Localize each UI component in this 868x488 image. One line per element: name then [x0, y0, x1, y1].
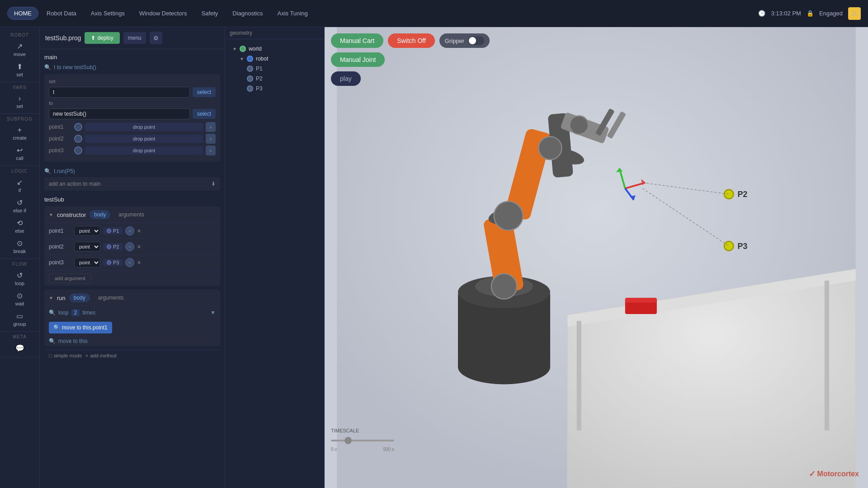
p1-remove-button[interactable]: × [137, 227, 141, 235]
svg-rect-34 [625, 298, 657, 302]
nav-home[interactable]: HOME [7, 7, 38, 20]
sidebar-btn-group[interactable]: ▭ group [4, 309, 36, 329]
sidebar-label-robot: ROBOT [10, 33, 29, 38]
yellow-indicator[interactable]: ⚠ [848, 7, 861, 20]
p2-circle-button[interactable]: ○ [125, 242, 134, 251]
sidebar-btn-move[interactable]: ↗ move [4, 39, 36, 60]
sidebar-btn-if[interactable]: ↙ if [4, 175, 36, 196]
p3-remove-button[interactable]: × [137, 259, 141, 266]
point2-label: point2 [49, 136, 71, 142]
gripper-toggle[interactable] [468, 36, 484, 45]
sidebar-btn-loop[interactable]: ↺ loop [4, 268, 36, 289]
arg-point3-type[interactable]: point [74, 258, 100, 267]
sidebar-btn-vars-set[interactable]: › set [4, 92, 36, 112]
simple-mode-button[interactable]: □ simple mode [49, 353, 82, 358]
move-ghost-text: move to this [58, 338, 88, 344]
sidebar-btn-create[interactable]: + create [4, 123, 36, 143]
3d-viewport[interactable]: P2 P3 Manual Cart Switch Off Gripper [325, 27, 868, 488]
tree-p1-node[interactable]: P1 [244, 64, 320, 74]
sidebar-label-break: break [14, 249, 26, 254]
add-method-icon: + [85, 353, 88, 358]
sidebar-btn-comment[interactable]: 💬 [4, 341, 36, 355]
collapse-icon[interactable]: ▼ [49, 212, 53, 217]
if-icon: ↙ [17, 178, 23, 187]
tree-p2-node[interactable]: P2 [244, 74, 320, 84]
world-node[interactable]: ▼ world [230, 44, 320, 54]
add-method-button[interactable]: + add method [85, 353, 117, 358]
add-action-row[interactable]: add an action to main ⬇ [44, 177, 220, 191]
arguments-tab[interactable]: arguments [114, 210, 149, 219]
run-text: t.run(P5) [54, 168, 75, 174]
sidebar-section-subprog: SUBPROG + create ↩ call [0, 115, 39, 166]
sidebar-btn-set-var[interactable]: ⬆ set [4, 60, 36, 80]
sidebar-btn-wait[interactable]: ⊙ wait [4, 289, 36, 309]
world-dot [240, 46, 246, 52]
set-to-row: select [49, 108, 216, 119]
p3-circle-button[interactable]: ○ [125, 258, 134, 267]
point1-drop-button[interactable]: drop point [85, 123, 203, 131]
move-to-point1-button[interactable]: 🔍 move to this.point1 [49, 322, 112, 333]
run-collapse-icon[interactable]: ▼ [49, 296, 53, 300]
manual-joint-button[interactable]: Manual Joint [331, 52, 385, 67]
group-icon: ▭ [16, 312, 23, 320]
add-method-label: add method [90, 353, 116, 358]
play-button[interactable]: play [331, 71, 361, 86]
arg-point2-type[interactable]: point [74, 242, 100, 252]
sidebar-btn-else-if[interactable]: ↺ else if [4, 196, 36, 216]
run-arguments-tab[interactable]: arguments [94, 293, 128, 302]
run-body-tab[interactable]: body [69, 293, 90, 302]
settings-icon-button[interactable]: ⚙ [150, 32, 162, 44]
p1-circle-button[interactable]: ○ [125, 226, 134, 235]
set-variable-input[interactable] [49, 87, 190, 98]
nav-window-detectors[interactable]: Window Detectors [133, 7, 193, 19]
sidebar-btn-else[interactable]: ⟲ else [4, 216, 36, 236]
nav-safety[interactable]: Safety [195, 7, 224, 19]
nav-right: 🕒 3:13:02 PM 🔒 Engaged ⚠ [758, 7, 861, 20]
timescale-max: 500 x [383, 447, 394, 452]
deploy-button[interactable]: ⬆ deploy [85, 32, 119, 44]
sidebar-btn-call[interactable]: ↩ call [4, 143, 36, 164]
nav-axis-tuning[interactable]: Axis Tuning [271, 7, 314, 19]
set-label: set [49, 79, 216, 84]
sidebar-label-group: group [13, 321, 26, 327]
tree-p3-node[interactable]: P3 [244, 84, 320, 94]
slider-thumb[interactable] [344, 437, 352, 444]
point1-arrow-button[interactable]: › [206, 122, 216, 132]
set-select-button[interactable]: select [193, 87, 216, 97]
timescale-label: TIMESCALE [331, 428, 394, 433]
set-to-input[interactable] [49, 108, 190, 119]
nav-diagnostics[interactable]: Diagnostics [226, 7, 269, 19]
point1-row: point1 drop point › [49, 122, 216, 132]
arg-point2-name: point2 [49, 244, 71, 250]
point2-arrow-button[interactable]: › [206, 134, 216, 144]
arg-point3-name: point3 [49, 259, 71, 266]
sidebar-btn-break[interactable]: ⊙ break [4, 236, 36, 257]
nav-robot-data[interactable]: Robot Data [40, 7, 83, 19]
nav-axis-settings[interactable]: Axis Settings [85, 7, 131, 19]
p3-label: P3 [113, 260, 119, 265]
sidebar-label-meta: META [13, 334, 27, 339]
constructor-label: constructor [57, 211, 86, 218]
point2-drop-button[interactable]: drop point [85, 135, 203, 143]
arg-point1-type[interactable]: point [74, 226, 100, 236]
sidebar-label-loop: loop [15, 281, 24, 286]
loop-expand-icon[interactable]: ▼ [210, 310, 216, 316]
body-tab[interactable]: body [90, 210, 110, 219]
program-content: main 🔍 t to new testSub() set select to … [40, 49, 225, 488]
left-sidebar: ROBOT ↗ move ⬆ set VARS › set SUBPROG + … [0, 27, 40, 488]
robot-node[interactable]: ▼ robot [237, 54, 320, 64]
move-to-this-row: 🔍 move to this [44, 336, 220, 346]
timescale-slider-container[interactable] [331, 436, 394, 445]
to-select-button[interactable]: select [193, 109, 216, 119]
program-header: testSub.prog ⬆ deploy menu ⚙ [40, 27, 225, 49]
point3-drop-button[interactable]: drop point [85, 146, 203, 155]
p2-remove-button[interactable]: × [137, 243, 141, 250]
manual-cart-button[interactable]: Manual Cart [331, 33, 383, 48]
p1-tree-dot [247, 66, 253, 72]
p2-badge: P2 [103, 243, 123, 250]
point3-arrow-button[interactable]: › [206, 145, 216, 155]
switch-off-button[interactable]: Switch Off [388, 33, 435, 48]
break-icon: ⊙ [17, 239, 23, 248]
menu-button[interactable]: menu [123, 32, 146, 44]
add-argument-button[interactable]: add argument [49, 273, 91, 283]
